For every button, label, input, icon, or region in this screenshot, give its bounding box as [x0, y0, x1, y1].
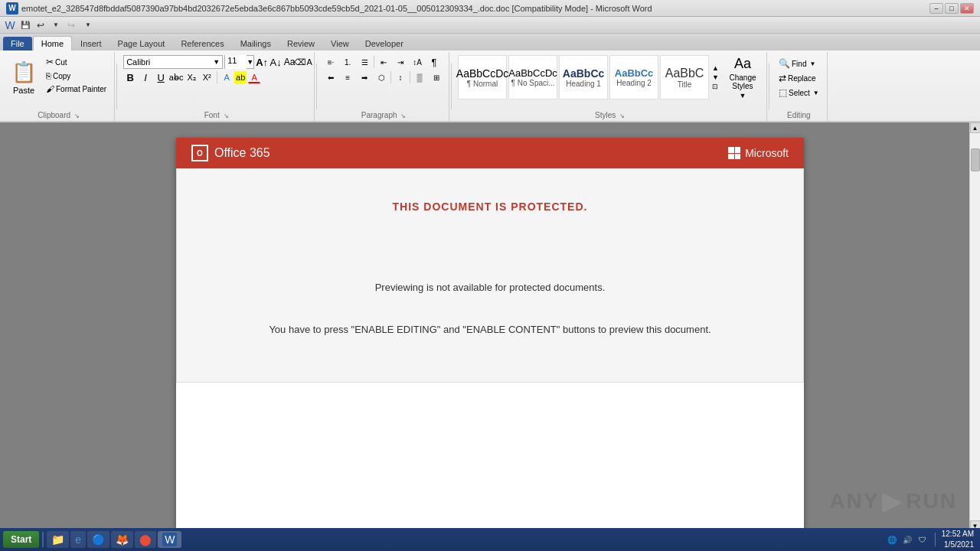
style-heading1[interactable]: AaBbCc Heading 1	[559, 55, 608, 99]
find-dropdown[interactable]: ▼	[809, 60, 815, 67]
show-marks-btn[interactable]: ¶	[426, 55, 442, 69]
scroll-thumb[interactable]	[971, 148, 980, 171]
styles-down-btn[interactable]: ▼	[712, 73, 719, 81]
taskbar-chrome[interactable]: 🔵	[87, 531, 109, 548]
style-heading2[interactable]: AaBbCc Heading 2	[609, 55, 658, 99]
office-logo: O Office 365	[191, 145, 270, 161]
undo-btn[interactable]: ↩	[34, 19, 47, 31]
text-effect-btn[interactable]: A	[220, 71, 233, 83]
tab-file[interactable]: File	[3, 37, 32, 51]
taskbar-right: 🌐 🔊 🛡 12:52 AM 1/5/2021	[886, 529, 977, 550]
tab-references[interactable]: References	[173, 37, 231, 51]
maximize-button[interactable]: □	[945, 3, 959, 14]
bullets-btn[interactable]: ≡·	[323, 55, 338, 69]
bold-btn[interactable]: B	[123, 70, 137, 84]
style-title[interactable]: AaBbC Title	[660, 55, 709, 99]
volume-icon[interactable]: 🔊	[901, 533, 913, 546]
tab-mailings[interactable]: Mailings	[233, 37, 279, 51]
replace-button[interactable]: ⇄ Replace	[776, 71, 822, 85]
taskbar-anyrun[interactable]: ⬤	[135, 531, 156, 548]
quick-access-dropdown[interactable]: ▼	[81, 19, 95, 31]
underline-btn[interactable]: U	[154, 70, 168, 84]
tab-developer[interactable]: Developer	[358, 37, 411, 51]
shrink-font-btn[interactable]: A↓	[270, 56, 282, 68]
grow-font-btn[interactable]: A↑	[256, 56, 268, 68]
scrollbar-vertical[interactable]: ▲ ▼	[969, 122, 980, 531]
save-quick-btn[interactable]: 💾	[18, 19, 32, 31]
superscript-btn[interactable]: X²	[200, 70, 214, 84]
start-button[interactable]: Start	[3, 531, 39, 548]
tab-review[interactable]: Review	[279, 37, 322, 51]
numbering-btn[interactable]: 1.	[340, 55, 355, 69]
align-left-btn[interactable]: ⬅	[323, 70, 338, 84]
styles-up-btn[interactable]: ▲	[712, 64, 719, 72]
font-name-dropdown[interactable]: ▼	[213, 58, 220, 66]
change-styles-button[interactable]: Aa Change Styles ▼	[724, 55, 762, 99]
styles-scroll[interactable]: ▲ ▼ ⊡	[710, 55, 720, 99]
font-size-dropdown[interactable]: ▼	[247, 58, 253, 66]
sort-btn[interactable]: ↕A	[410, 55, 425, 69]
para-sep1	[374, 56, 374, 68]
security-icon[interactable]: 🛡	[916, 533, 929, 546]
minimize-button[interactable]: –	[929, 3, 943, 14]
align-center-btn[interactable]: ≡	[340, 70, 355, 84]
taskbar-firefox[interactable]: 🦊	[111, 531, 133, 548]
strikethrough-btn[interactable]: ab̶c	[169, 70, 183, 84]
paste-button[interactable]: 📋 Paste	[8, 55, 40, 99]
borders-btn[interactable]: ⊞	[429, 70, 444, 84]
change-styles-dropdown[interactable]: ▼	[740, 92, 746, 99]
network-icon[interactable]: 🌐	[886, 533, 898, 546]
close-button[interactable]: ✕	[960, 3, 974, 14]
select-button[interactable]: ⬚ Select ▼	[776, 86, 822, 99]
text-highlight-btn[interactable]: ab	[234, 71, 247, 83]
time-display[interactable]: 12:52 AM 1/5/2021	[942, 529, 974, 550]
time-text: 12:52 AM	[942, 529, 974, 540]
style-normal[interactable]: AaBbCcDc ¶ Normal	[458, 55, 507, 99]
undo-dropdown-btn[interactable]: ▼	[49, 19, 63, 31]
protected-text2: You have to press "ENABLE EDITING" and "…	[269, 324, 710, 335]
para-sep3	[410, 71, 410, 83]
taskbar-ie[interactable]: e	[70, 531, 86, 548]
font-expand[interactable]: ↘	[224, 112, 229, 119]
style-no-spacing[interactable]: AaBbCcDc ¶ No Spaci...	[508, 55, 557, 99]
increase-indent-btn[interactable]: ⇥	[393, 55, 408, 69]
font-color-btn[interactable]: A	[248, 71, 260, 83]
editing-group: 🔍 Find ▼ ⇄ Replace ⬚ Select ▼ Editing	[771, 52, 828, 121]
multilevel-btn[interactable]: ☰	[357, 55, 372, 69]
date-text: 1/5/2021	[942, 540, 974, 550]
font-size-input[interactable]: 11	[225, 55, 247, 69]
justify-btn[interactable]: ⬡	[374, 70, 389, 84]
tab-home[interactable]: Home	[33, 36, 72, 51]
editing-col: 🔍 Find ▼ ⇄ Replace ⬚ Select ▼	[776, 55, 822, 99]
para-expand[interactable]: ↘	[400, 112, 406, 119]
shading-btn[interactable]: ▒	[412, 70, 427, 84]
select-dropdown[interactable]: ▼	[813, 90, 819, 96]
redo-btn[interactable]: ↪	[64, 19, 78, 31]
taskbar-word[interactable]: W	[158, 531, 181, 548]
cut-button[interactable]: ✂ Cut	[43, 55, 109, 69]
clipboard-expand[interactable]: ↘	[74, 112, 80, 119]
decrease-indent-btn[interactable]: ⇤	[376, 55, 391, 69]
style-h2-text: AaBbCc	[615, 67, 654, 79]
styles-expand[interactable]: ↘	[619, 112, 625, 119]
line-spacing-btn[interactable]: ↕	[393, 70, 408, 84]
format-painter-button[interactable]: 🖌 Format Painter	[43, 83, 109, 95]
font-name-input[interactable]: Calibri ▼	[123, 55, 223, 69]
styles-more-btn[interactable]: ⊡	[712, 83, 719, 90]
subscript-btn[interactable]: X₂	[185, 70, 198, 84]
copy-button[interactable]: ⎘ Copy	[43, 70, 109, 82]
office-banner: O Office 365 Microsoft	[176, 138, 804, 168]
scroll-up-btn[interactable]: ▲	[970, 122, 981, 133]
microsoft-logo: Microsoft	[728, 147, 789, 159]
tab-insert[interactable]: Insert	[73, 37, 109, 51]
tab-view[interactable]: View	[323, 37, 357, 51]
tab-page-layout[interactable]: Page Layout	[110, 37, 173, 51]
para-row2: ⬅ ≡ ➡ ⬡ ↕ ▒ ⊞	[323, 70, 444, 84]
window-controls[interactable]: – □ ✕	[929, 3, 974, 14]
italic-btn[interactable]: I	[139, 70, 152, 84]
find-button[interactable]: 🔍 Find ▼	[776, 57, 822, 70]
clear-format-btn[interactable]: ⌫A	[297, 56, 309, 68]
scroll-track[interactable]	[970, 133, 981, 520]
taskbar-explorer[interactable]: 📁	[47, 531, 69, 548]
align-right-btn[interactable]: ➡	[357, 70, 372, 84]
